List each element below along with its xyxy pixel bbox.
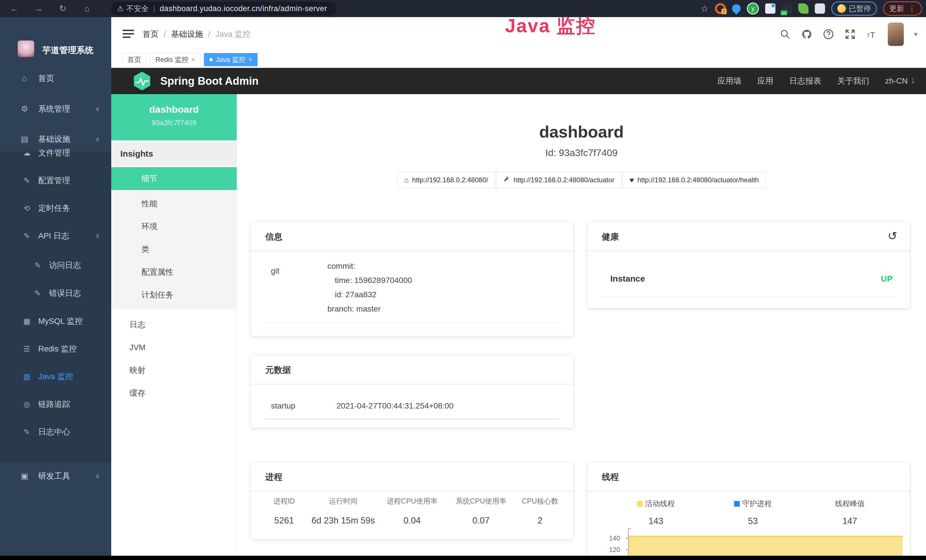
sidebar-item-trace[interactable]: ◎ 链路追踪	[0, 390, 111, 418]
health-card-title: 健康	[602, 231, 619, 243]
row-divider	[265, 419, 559, 419]
sidenav-label: 计划任务	[111, 283, 237, 306]
header-actions: TT ▾	[779, 17, 917, 51]
search-icon[interactable]	[779, 29, 791, 40]
sidenav-item-caches[interactable]: 缓存	[111, 382, 237, 404]
sba-nav-about[interactable]: 关于我们	[837, 76, 869, 86]
extension-icon-2[interactable]: y	[747, 3, 759, 15]
extension-leaf-icon[interactable]	[798, 3, 808, 14]
sidebar-item-config[interactable]: ✎ 配置管理	[0, 167, 111, 194]
browser-menu-icon[interactable]: ⋮	[908, 4, 916, 14]
tag-tabbar: 首页 Redis 监控 × Java 监控 ×	[111, 51, 926, 68]
y-axis: 140 120 100	[605, 527, 625, 560]
font-size-icon[interactable]: TT	[866, 29, 878, 40]
chevron-down-icon: ∨	[95, 97, 100, 121]
sidebar-item-errorlog[interactable]: ✎ 错误日志	[0, 280, 111, 307]
extension-icon-1[interactable]: 1	[715, 3, 726, 14]
actuator-url-chip[interactable]: http://192.168.0.2:48080/actuator	[496, 172, 622, 188]
sidenav-item-classes[interactable]: 类	[111, 238, 237, 261]
sba-nav-journal[interactable]: 日志报表	[790, 76, 822, 86]
process-table: 进程ID 5261 运行时间 6d 23h 15m 59s 进程CPU使用率 0…	[260, 496, 565, 526]
cell-value: 6d 23h 15m 59s	[309, 516, 378, 526]
metadata-card: 元数据 startup 2021-04-27T00:44:31.254+08:0…	[251, 355, 573, 428]
sba-locale-select[interactable]: zh-CN ⤵	[885, 76, 915, 86]
sidebar-item-file[interactable]: ☁ 文件管理	[0, 139, 111, 166]
browser-forward-icon[interactable]: →	[30, 0, 47, 17]
sidenav-item-scheduled[interactable]: 计划任务	[111, 283, 237, 306]
screen: ← → ↻ ⌂ ⚠ 不安全 | dashboard.yudao.iocoder.…	[0, 0, 926, 560]
sba-nav-applications[interactable]: 应用	[758, 76, 773, 86]
update-button[interactable]: 更新 ⋮	[883, 2, 922, 16]
extension-switch-icon[interactable]: on	[782, 3, 792, 14]
sidenav-item-mappings[interactable]: 映射	[111, 359, 237, 382]
insights-group-title: Insights	[111, 143, 237, 165]
health-url-chip[interactable]: ♥ http://192.168.0.2:48080/actuator/heal…	[623, 172, 766, 188]
address-bar[interactable]: ⚠ 不安全 | dashboard.yudao.iocoder.cn/infra…	[110, 2, 337, 15]
sidenav-item-details[interactable]: 细节	[111, 167, 237, 190]
user-menu-caret-icon[interactable]: ▾	[914, 30, 917, 38]
tab-label: Java 监控	[216, 55, 245, 64]
paused-badge[interactable]: 已暂停	[831, 2, 877, 16]
browser-reload-icon[interactable]: ↻	[54, 0, 71, 17]
info-card: 信息 git commit: time: 1596289704000 id: 2…	[251, 222, 573, 336]
breadcrumb-home[interactable]: 首页	[142, 29, 159, 40]
sidebar-item-apilog[interactable]: ✎ API 日志 ∧	[0, 222, 111, 250]
collapse-sidebar-icon[interactable]	[123, 30, 134, 39]
page-url[interactable]: dashboard.yudao.iocoder.cn/infra/admin-s…	[160, 4, 327, 13]
timer-icon: ⟲	[21, 195, 33, 222]
actuator-url: http://192.168.0.2:48080/actuator	[514, 176, 614, 184]
metadata-row-value: 2021-04-27T00:44:31.254+08:00	[336, 401, 454, 410]
tab-redis[interactable]: Redis 监控 ×	[150, 53, 200, 66]
y-tick: 120	[605, 546, 620, 554]
tab-home[interactable]: 首页	[122, 53, 147, 66]
instance-header[interactable]: dashboard 93a3fc7f7409	[111, 94, 237, 140]
app-title: 芋道管理系统	[42, 44, 94, 56]
sidebar-item-job[interactable]: ⟲ 定时任务	[0, 195, 111, 222]
page-title: dashboard	[237, 122, 926, 141]
tab-close-icon[interactable]: ×	[248, 56, 252, 64]
help-icon[interactable]	[823, 29, 834, 40]
legend-label: 线程峰值	[835, 499, 865, 508]
sidebar-item-redis[interactable]: ☰ Redis 监控	[0, 335, 111, 363]
sba-logo-icon[interactable]	[133, 72, 151, 91]
sidenav-item-jvm[interactable]: JVM	[111, 336, 237, 359]
sidenav-item-performance[interactable]: 性能	[111, 192, 237, 215]
sidenav-item-configprops[interactable]: 配置属性	[111, 261, 237, 283]
browser-back-icon[interactable]: ←	[6, 0, 23, 17]
sidebar-item-home[interactable]: ⌂ 首页	[0, 66, 111, 91]
sidebar-item-java[interactable]: ▥ Java 监控	[0, 363, 111, 390]
sba-nav-wall[interactable]: 应用墙	[717, 76, 741, 86]
sidebar-item-tools[interactable]: ▣ 研发工具 ∨	[0, 463, 111, 489]
sidenav-item-logs[interactable]: 日志	[111, 313, 237, 336]
threads-chart: 140 120 100	[605, 527, 903, 560]
fullscreen-icon[interactable]	[844, 29, 856, 40]
tab-java[interactable]: Java 监控 ×	[204, 53, 257, 66]
github-icon[interactable]	[801, 29, 813, 40]
history-icon[interactable]: ↺	[888, 229, 897, 242]
home-icon: ⌂	[404, 176, 409, 185]
sidebar-item-label: 链路追踪	[38, 390, 70, 418]
process-col-pid: 进程ID 5261	[260, 496, 309, 526]
sidebar-item-mysql[interactable]: ▦ MySQL 监控	[0, 307, 111, 335]
service-url-chip[interactable]: ⌂ http://192.168.0.2:48080/	[397, 172, 495, 188]
legend-yellow-swatch	[637, 501, 643, 507]
extension-pin-icon[interactable]	[730, 3, 742, 15]
instance-name: dashboard	[111, 104, 237, 115]
breadcrumb-infra[interactable]: 基础设施	[171, 29, 203, 40]
sba-brand[interactable]: Spring Boot Admin	[160, 68, 259, 94]
extensions-puzzle-icon[interactable]	[815, 3, 825, 14]
browser-home-icon[interactable]: ⌂	[79, 0, 95, 17]
user-avatar[interactable]	[888, 23, 904, 46]
bookmark-star-icon[interactable]: ☆	[701, 3, 709, 14]
extension-grid-icon[interactable]	[765, 3, 775, 14]
sidebar-item-accesslog[interactable]: ✎ 访问日志	[0, 251, 111, 279]
sidenav-item-env[interactable]: 环境	[111, 215, 237, 238]
extension-badge: 1	[722, 9, 727, 14]
column-header: 系统CPU使用率	[446, 496, 516, 506]
extension-on-badge: on	[781, 10, 787, 15]
sidebar-item-logcenter[interactable]: ✎ 日志中心	[0, 418, 111, 446]
process-col-syscpu: 系统CPU使用率 0.07	[446, 496, 516, 526]
security-warning-icon: ⚠	[117, 4, 124, 13]
sidebar-item-system[interactable]: ⚙ 系统管理 ∨	[0, 97, 111, 121]
tab-close-icon[interactable]: ×	[191, 56, 195, 64]
